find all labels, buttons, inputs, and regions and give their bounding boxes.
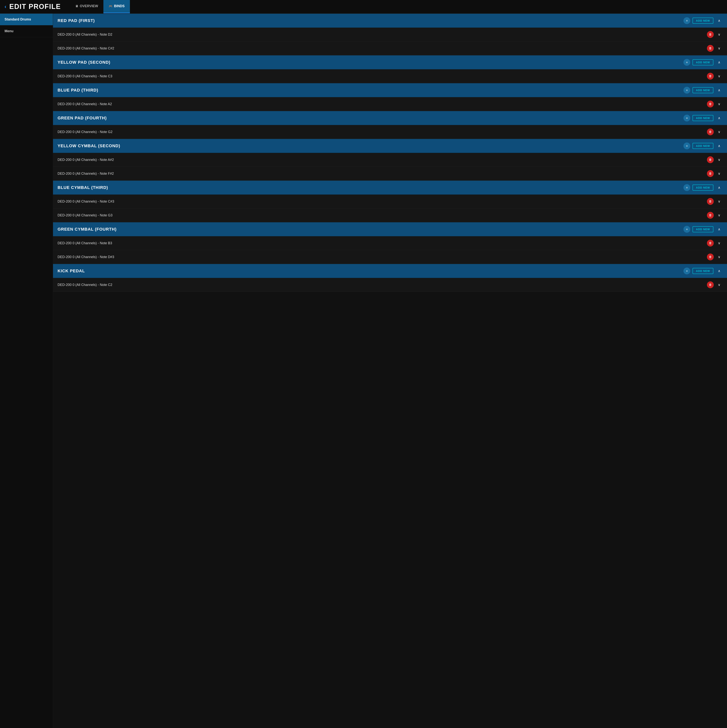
row-controls-yc1: 🗑∨ [707, 156, 722, 163]
sidebar: Standard Drums Menu [0, 14, 53, 728]
section-header-kick-pedal: KICK PEDAL≡ADD NEW∧ [53, 264, 727, 278]
collapse-button-kick-pedal[interactable]: ∧ [716, 268, 722, 274]
bind-label-bc1: DED-200 0 (All Channels) - Note C#3 [58, 200, 114, 203]
section-title-blue-pad: BLUE PAD (THIRD) [58, 88, 98, 93]
collapse-button-yellow-cymbal[interactable]: ∧ [716, 142, 722, 149]
expand-button-yp1[interactable]: ∨ [716, 73, 722, 80]
binds-icon: 🎮 [109, 5, 113, 8]
add-new-button-blue-cymbal[interactable]: ADD NEW [693, 185, 713, 191]
section-header-blue-pad: BLUE PAD (THIRD)≡ADD NEW∧ [53, 83, 727, 97]
grid-icon-green-cymbal[interactable]: ≡ [683, 226, 690, 233]
section-title-green-cymbal: GREEN CYMBAL (FOURTH) [58, 227, 116, 232]
bind-row-yc1: DED-200 0 (All Channels) - Note A#2🗑∨ [53, 153, 727, 167]
expand-button-gc1[interactable]: ∨ [716, 240, 722, 246]
expand-button-gp1[interactable]: ∨ [716, 128, 722, 135]
section-controls-blue-pad: ≡ADD NEW∧ [683, 87, 722, 93]
section-header-green-pad: GREEN PAD (FOURTH)≡ADD NEW∧ [53, 111, 727, 125]
bind-label-rp2: DED-200 0 (All Channels) - Note C#2 [58, 46, 114, 50]
section-controls-yellow-cymbal: ≡ADD NEW∧ [683, 142, 722, 149]
delete-button-yp1[interactable]: 🗑 [707, 73, 714, 80]
delete-button-bc1[interactable]: 🗑 [707, 198, 714, 205]
delete-button-gc2[interactable]: 🗑 [707, 254, 714, 260]
grid-icon-green-pad[interactable]: ≡ [683, 115, 690, 121]
delete-button-rp2[interactable]: 🗑 [707, 45, 714, 52]
collapse-button-yellow-pad[interactable]: ∧ [716, 59, 722, 66]
row-controls-gc1: 🗑∨ [707, 240, 722, 246]
expand-button-gc2[interactable]: ∨ [716, 254, 722, 260]
bind-label-gc1: DED-200 0 (All Channels) - Note B3 [58, 241, 112, 245]
delete-button-rp1[interactable]: 🗑 [707, 31, 714, 38]
bind-row-gc2: DED-200 0 (All Channels) - Note D#3🗑∨ [53, 250, 727, 264]
section-title-red-pad: RED PAD (FIRST) [58, 18, 95, 23]
expand-button-rp2[interactable]: ∨ [716, 45, 722, 52]
page-title: EDIT PROFILE [9, 3, 61, 11]
bind-label-yc2: DED-200 0 (All Channels) - Note F#2 [58, 172, 114, 176]
bind-row-bc1: DED-200 0 (All Channels) - Note C#3🗑∨ [53, 194, 727, 208]
delete-button-gp1[interactable]: 🗑 [707, 128, 714, 135]
sidebar-item-menu[interactable]: Menu [0, 25, 53, 37]
grid-icon-blue-pad[interactable]: ≡ [683, 87, 690, 93]
delete-button-bp1[interactable]: 🗑 [707, 101, 714, 107]
add-new-button-kick-pedal[interactable]: ADD NEW [693, 268, 713, 274]
bind-row-bc2: DED-200 0 (All Channels) - Note G3🗑∨ [53, 208, 727, 222]
row-controls-gp1: 🗑∨ [707, 128, 722, 135]
bind-label-rp1: DED-200 0 (All Channels) - Note D2 [58, 32, 112, 37]
collapse-button-red-pad[interactable]: ∧ [716, 17, 722, 24]
bind-label-bc2: DED-200 0 (All Channels) - Note G3 [58, 213, 113, 217]
row-controls-yc2: 🗑∨ [707, 170, 722, 177]
grid-icon-blue-cymbal[interactable]: ≡ [683, 184, 690, 191]
delete-button-kp1[interactable]: 🗑 [707, 281, 714, 288]
delete-button-yc2[interactable]: 🗑 [707, 170, 714, 177]
nav-tabs: 🖥 OVERVIEW 🎮 BINDS [70, 0, 130, 13]
grid-icon-kick-pedal[interactable]: ≡ [683, 268, 690, 274]
section-title-blue-cymbal: BLUE CYMBAL (THIRD) [58, 185, 108, 190]
bind-row-yp1: DED-200 0 (All Channels) - Note C3🗑∨ [53, 69, 727, 83]
expand-button-rp1[interactable]: ∨ [716, 31, 722, 38]
expand-button-bp1[interactable]: ∨ [716, 101, 722, 107]
delete-button-gc1[interactable]: 🗑 [707, 240, 714, 246]
section-header-yellow-cymbal: YELLOW CYMBAL (SECOND)≡ADD NEW∧ [53, 139, 727, 153]
add-new-button-green-pad[interactable]: ADD NEW [693, 115, 713, 121]
expand-button-kp1[interactable]: ∨ [716, 281, 722, 288]
tab-binds[interactable]: 🎮 BINDS [103, 0, 130, 13]
section-title-yellow-pad: YELLOW PAD (SECOND) [58, 60, 110, 65]
section-title-yellow-cymbal: YELLOW CYMBAL (SECOND) [58, 144, 120, 148]
bind-row-kp1: DED-200 0 (All Channels) - Note C2🗑∨ [53, 278, 727, 292]
expand-button-yc2[interactable]: ∨ [716, 170, 722, 177]
section-controls-green-cymbal: ≡ADD NEW∧ [683, 226, 722, 233]
sidebar-standard-drums-label: Standard Drums [5, 17, 31, 21]
expand-button-yc1[interactable]: ∨ [716, 156, 722, 163]
add-new-button-red-pad[interactable]: ADD NEW [693, 18, 713, 24]
add-new-button-green-cymbal[interactable]: ADD NEW [693, 226, 713, 232]
add-new-button-yellow-pad[interactable]: ADD NEW [693, 59, 713, 65]
section-controls-blue-cymbal: ≡ADD NEW∧ [683, 184, 722, 191]
collapse-button-green-cymbal[interactable]: ∧ [716, 226, 722, 233]
add-new-button-yellow-cymbal[interactable]: ADD NEW [693, 143, 713, 149]
row-controls-bc2: 🗑∨ [707, 212, 722, 219]
monitor-icon: 🖥 [75, 5, 78, 8]
bind-label-gp1: DED-200 0 (All Channels) - Note G2 [58, 130, 113, 134]
sidebar-item-standard-drums[interactable]: Standard Drums [0, 14, 53, 25]
section-header-blue-cymbal: BLUE CYMBAL (THIRD)≡ADD NEW∧ [53, 180, 727, 194]
bind-row-rp2: DED-200 0 (All Channels) - Note C#2🗑∨ [53, 41, 727, 55]
row-controls-bp1: 🗑∨ [707, 101, 722, 107]
grid-icon-red-pad[interactable]: ≡ [683, 17, 690, 24]
expand-button-bc1[interactable]: ∨ [716, 198, 722, 205]
tab-binds-label: BINDS [114, 4, 125, 8]
delete-button-yc1[interactable]: 🗑 [707, 156, 714, 163]
bind-row-gp1: DED-200 0 (All Channels) - Note G2🗑∨ [53, 125, 727, 139]
expand-button-bc2[interactable]: ∨ [716, 212, 722, 219]
back-button[interactable]: ‹ [5, 4, 6, 10]
delete-button-bc2[interactable]: 🗑 [707, 212, 714, 219]
grid-icon-yellow-pad[interactable]: ≡ [683, 59, 690, 66]
bind-row-gc1: DED-200 0 (All Channels) - Note B3🗑∨ [53, 236, 727, 250]
row-controls-rp2: 🗑∨ [707, 45, 722, 52]
add-new-button-blue-pad[interactable]: ADD NEW [693, 87, 713, 93]
collapse-button-green-pad[interactable]: ∧ [716, 115, 722, 121]
section-header-yellow-pad: YELLOW PAD (SECOND)≡ADD NEW∧ [53, 55, 727, 69]
collapse-button-blue-pad[interactable]: ∧ [716, 87, 722, 93]
tab-overview[interactable]: 🖥 OVERVIEW [70, 0, 103, 13]
collapse-button-blue-cymbal[interactable]: ∧ [716, 184, 722, 191]
grid-icon-yellow-cymbal[interactable]: ≡ [683, 142, 690, 149]
bind-row-yc2: DED-200 0 (All Channels) - Note F#2🗑∨ [53, 167, 727, 180]
